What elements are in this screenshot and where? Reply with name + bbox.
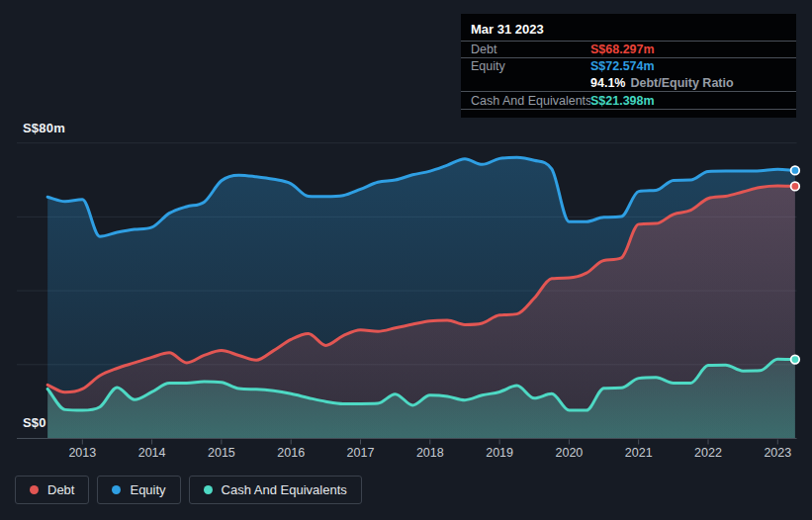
tooltip-debt-value: S$68.297m	[590, 43, 655, 56]
legend-item-label: Equity	[130, 482, 165, 497]
debt-end-dot	[791, 182, 800, 191]
cash-and-equivalents-legend-dot-icon	[204, 485, 213, 494]
legend-item-equity[interactable]: Equity	[97, 476, 180, 504]
debt-legend-dot-icon	[30, 485, 39, 494]
legend-item-label: Cash And Equivalents	[222, 482, 347, 497]
tooltip-ratio-percent: 94.1%	[590, 76, 625, 90]
tooltip-equity-row: Equity S$72.574m	[461, 57, 796, 74]
legend-item-label: Debt	[47, 482, 74, 497]
legend-item-debt[interactable]: Debt	[15, 476, 89, 504]
tooltip-equity-value: S$72.574m	[590, 59, 655, 73]
tooltip-cash-label: Cash And Equivalents	[461, 94, 590, 108]
y-axis-bottom-label: S$0	[23, 415, 46, 430]
x-axis-ticks	[82, 440, 777, 445]
x-axis-year-label: 2015	[199, 446, 244, 460]
x-axis-year-label: 2018	[407, 446, 453, 460]
tooltip-cash-value: S$21.398m	[590, 94, 655, 108]
tooltip-date: Mar 31 2023	[461, 14, 796, 41]
y-axis-top-label: S$80m	[23, 121, 65, 135]
equity-end-dot	[791, 166, 800, 175]
x-axis-year-label: 2023	[755, 446, 800, 460]
area-fills	[47, 157, 795, 438]
tooltip-ratio-row: 94.1% Debt/Equity Ratio	[461, 74, 796, 91]
chart-tooltip: Mar 31 2023 Debt S$68.297m Equity S$72.5…	[461, 14, 796, 118]
x-axis-year-label: 2022	[685, 446, 731, 460]
tooltip-debt-label: Debt	[461, 43, 590, 56]
x-axis-year-label: 2020	[546, 446, 591, 460]
x-axis-year-label: 2014	[130, 446, 175, 460]
tooltip-cash-row: Cash And Equivalents S$21.398m	[461, 91, 796, 110]
legend-item-cash-and-equivalents[interactable]: Cash And Equivalents	[189, 476, 362, 504]
chart-legend: DebtEquityCash And Equivalents	[15, 476, 362, 504]
x-axis-year-label: 2019	[477, 446, 522, 460]
x-axis-year-label: 2016	[268, 446, 314, 460]
tooltip-ratio-label: Debt/Equity Ratio	[630, 76, 733, 90]
cash-and-equivalents-end-dot	[791, 355, 800, 364]
tooltip-debt-row: Debt S$68.297m	[461, 41, 796, 57]
equity-legend-dot-icon	[112, 485, 121, 494]
tooltip-equity-label: Equity	[461, 59, 590, 73]
x-axis-year-label: 2021	[616, 446, 662, 460]
x-axis-year-label: 2017	[338, 446, 384, 460]
x-axis-year-label: 2013	[59, 446, 105, 460]
debt-equity-history-chart-panel: S$80m S$0 201320142015201620172018201920…	[0, 0, 812, 520]
